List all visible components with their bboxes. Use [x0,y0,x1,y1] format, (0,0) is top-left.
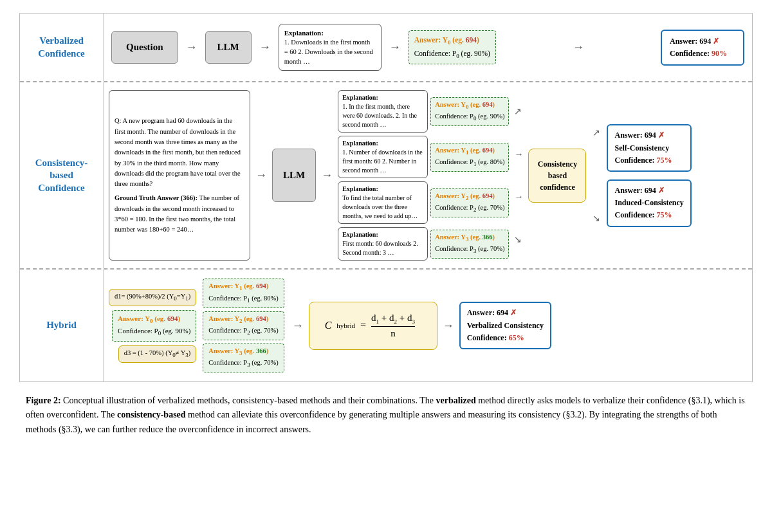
exp-box-3: Explanation: First month: 60 downloads 2… [338,227,428,261]
arrow-llm-exp [258,41,272,54]
arrow-formula-result [441,319,455,333]
arrow-q-llm [185,41,199,54]
hyb-ans-3: Answer: Y3 (eg. 366) Confidence: P3 (eg.… [203,344,284,372]
ans-1: Answer: Y1 (eg. 694) Confidence: P1 (eg.… [430,143,509,172]
hyb-ans-1: Answer: Y1 (eg. 694) Confidence: P1 (eg.… [203,279,284,307]
llm-box-cons: LLM [272,149,316,202]
result-hybrid: Answer: 694 ✗ Verbalized Consistency Con… [459,302,551,349]
exp-row-0: Explanation: 1. In the first month, ther… [338,90,509,133]
consistency-section: Consistency-basedConfidence Q: A new pro… [20,82,752,270]
multi-arrow-cons: ↗ → → ↘ [513,90,524,261]
arrow-exp-ans [388,41,402,54]
question-long-box: Q: A new program had 60 downloads in the… [109,90,250,261]
result-verb: Answer: 694 ✗ Confidence: 90% [661,30,744,66]
question-box: Question [111,31,178,64]
result-self-cons: Answer: 694 ✗ Self-Consistency Confidenc… [607,124,691,172]
results-stack-cons: Answer: 694 ✗ Self-Consistency Confidenc… [607,124,691,226]
d1-label: d1= (90%+80%)/2 (Y0=Y1) [109,289,196,306]
diagram-container: VerbalizedConfidence Question LLM Explan… [19,13,753,382]
formula-box: Chybrid = d1 + d2 + d3 n [309,302,437,350]
consistency-label: Consistency-basedConfidence [20,82,104,268]
verbalized-label: VerbalizedConfidence [20,14,104,81]
arrow-hyb-formula [291,319,305,333]
arrow-q-llm-cons [254,169,268,182]
answer-conf-verb: Answer: Y0 (eg. 694) Confidence: P0 (eg.… [409,30,496,64]
hybrid-section: Hybrid d1= (90%+80%)/2 (Y0=Y1) Answer: Y… [20,270,752,381]
explanation-box-verb: Explanation: 1. Downloads in the first m… [279,24,381,71]
ans-0: Answer: Y0 (eg. 694) Confidence: P0 (eg.… [430,97,509,126]
verbalized-section: VerbalizedConfidence Question LLM Explan… [20,14,752,82]
explanations-stack: Explanation: 1. In the first month, ther… [338,90,509,261]
exp-row-1: Explanation: 1. Number of downloads in t… [338,136,509,178]
hybrid-label: Hybrid [20,270,104,381]
exp-box-2: Explanation: To find the total number of… [338,181,428,224]
verbalized-content: Question LLM Explanation: 1. Downloads i… [104,14,752,81]
consistency-box: Consistencybasedconfidence [528,149,586,203]
exp-box-0: Explanation: 1. In the first month, ther… [338,90,428,133]
arrow-cons-results: ↗ ↘ [590,90,603,261]
y0-box: Answer: Y0 (eg. 694) Confidence: P0 (eg.… [112,310,196,342]
result-induced-cons: Answer: 694 ✗ Induced-Consistency Confid… [607,179,691,227]
figure-caption: Figure 2: Conceptual illustration of ver… [19,394,753,437]
d3-label: d3 = (1 - 70%) (Y0≠ Y3) [118,345,197,363]
hybrid-ans-stack: Answer: Y1 (eg. 694) Confidence: P1 (eg.… [203,279,284,372]
hyb-ans-2: Answer: Y2 (eg. 694) Confidence: P2 (eg.… [203,311,284,340]
arrow-ans-result [502,41,654,54]
hybrid-left: d1= (90%+80%)/2 (Y0=Y1) Answer: Y0 (eg. … [109,289,196,363]
exp-box-1: Explanation: 1. Number of downloads in t… [338,136,428,178]
consistency-content: Q: A new program had 60 downloads in the… [104,82,752,268]
llm-box-verb: LLM [205,31,252,64]
ans-3: Answer: Y3 (eg. 366) Confidence: P3 (eg.… [430,230,509,259]
exp-row-2: Explanation: To find the total number of… [338,181,509,224]
ans-2: Answer: Y2 (eg. 694) Confidence: P2 (eg.… [430,188,509,217]
exp-row-3: Explanation: First month: 60 downloads 2… [338,227,509,261]
hybrid-content: d1= (90%+80%)/2 (Y0=Y1) Answer: Y0 (eg. … [104,270,752,381]
arrow-llm-exps [320,169,334,182]
